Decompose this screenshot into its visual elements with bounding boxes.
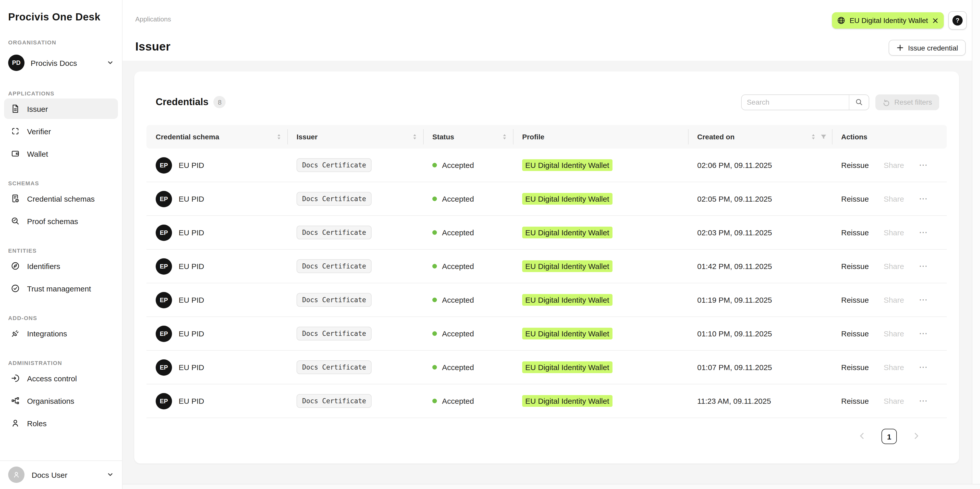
column-credential-schema[interactable]: Credential schema	[146, 125, 287, 148]
sidebar-item-credential-schemas[interactable]: Credential schemas	[4, 188, 118, 209]
share-button[interactable]: Share	[883, 161, 904, 169]
status-label: Accepted	[442, 262, 474, 271]
table-row[interactable]: EPEU PID Docs Certificate Accepted EU Di…	[146, 384, 947, 418]
column-profile[interactable]: Profile	[513, 125, 688, 148]
next-page-button[interactable]	[909, 429, 923, 443]
search-input[interactable]	[741, 95, 849, 110]
person-icon	[10, 418, 21, 428]
credential-avatar: EP	[156, 325, 172, 342]
more-actions-button[interactable]: ⋯	[919, 194, 928, 203]
status-dot-icon	[432, 399, 437, 403]
chevron-down-icon	[107, 59, 114, 66]
column-created-on[interactable]: Created on	[688, 125, 832, 148]
column-issuer[interactable]: Issuer	[287, 125, 423, 148]
more-actions-button[interactable]: ⋯	[919, 329, 928, 338]
previous-page-button[interactable]	[855, 429, 869, 443]
more-actions-button[interactable]: ⋯	[919, 262, 928, 271]
sidebar-item-verifier[interactable]: Verifier	[4, 121, 118, 142]
reissue-button[interactable]: Reissue	[841, 194, 869, 203]
horizontal-scrollbar[interactable]	[123, 484, 980, 489]
sort-icon[interactable]	[810, 133, 817, 140]
pagination: 1	[146, 418, 947, 464]
app-window: Procivis One Desk ORGANISATION PD Prociv…	[0, 0, 980, 489]
status-label: Accepted	[442, 228, 474, 237]
reissue-button[interactable]: Reissue	[841, 363, 869, 371]
sidebar-item-label: Integrations	[27, 329, 67, 338]
credential-avatar: EP	[156, 258, 172, 274]
more-actions-button[interactable]: ⋯	[919, 161, 928, 169]
sidebar-item-integrations[interactable]: Integrations	[4, 323, 118, 344]
sidebar-item-label: Trust management	[27, 284, 91, 293]
sort-icon[interactable]	[411, 133, 418, 140]
app-logo: Procivis One Desk	[0, 0, 122, 23]
more-actions-button[interactable]: ⋯	[919, 296, 928, 304]
sidebar-item-wallet[interactable]: Wallet	[4, 143, 118, 164]
sidebar-item-label: Verifier	[27, 127, 51, 135]
organisation-switcher[interactable]: PD Procivis Docs	[4, 51, 118, 74]
table-row[interactable]: EPEU PID Docs Certificate Accepted EU Di…	[146, 317, 947, 350]
help-button[interactable]: ?	[948, 11, 967, 30]
reissue-button[interactable]: Reissue	[841, 228, 869, 237]
column-status[interactable]: Status	[423, 125, 513, 148]
profile-label: EU Digital Identity Wallet	[522, 294, 612, 306]
share-button[interactable]: Share	[883, 296, 904, 304]
sidebar-item-access-control[interactable]: Access control	[4, 368, 118, 389]
created-on-value: 02:06 PM, 09.11.2025	[688, 161, 832, 169]
reissue-button[interactable]: Reissue	[841, 329, 869, 338]
table-row[interactable]: EPEU PID Docs Certificate Accepted EU Di…	[146, 148, 947, 182]
credential-schema-name: EU PID	[179, 161, 204, 169]
table-row[interactable]: EPEU PID Docs Certificate Accepted EU Di…	[146, 216, 947, 250]
share-button[interactable]: Share	[883, 363, 904, 371]
status-label: Accepted	[442, 363, 474, 371]
share-button[interactable]: Share	[883, 329, 904, 338]
share-button[interactable]: Share	[883, 228, 904, 237]
breadcrumb[interactable]: Applications	[135, 15, 171, 23]
table-row[interactable]: EPEU PID Docs Certificate Accepted EU Di…	[146, 182, 947, 216]
sidebar-item-identifiers[interactable]: Identifiers	[4, 256, 118, 276]
table-row[interactable]: EPEU PID Docs Certificate Accepted EU Di…	[146, 283, 947, 317]
issue-credential-button[interactable]: Issue credential	[889, 40, 966, 56]
sidebar-item-organisations[interactable]: Organisations	[4, 390, 118, 411]
sidebar-item-issuer[interactable]: Issuer	[4, 99, 118, 119]
document-icon	[10, 104, 21, 114]
column-label: Credential schema	[156, 133, 219, 141]
issuer-tag: Docs Certificate	[297, 360, 372, 374]
created-on-value: 01:07 PM, 09.11.2025	[688, 363, 832, 371]
section-label-add-ons: ADD-ONS	[0, 315, 122, 321]
status-dot-icon	[432, 196, 437, 201]
more-actions-button[interactable]: ⋯	[919, 363, 928, 371]
more-actions-button[interactable]: ⋯	[919, 228, 928, 237]
reissue-button[interactable]: Reissue	[841, 296, 869, 304]
page-number[interactable]: 1	[881, 429, 897, 444]
user-menu[interactable]: Docs User	[0, 460, 122, 489]
more-actions-button[interactable]: ⋯	[919, 397, 928, 405]
share-button[interactable]: Share	[883, 397, 904, 405]
filter-icon[interactable]	[820, 134, 827, 140]
reset-filters-label: Reset filters	[894, 98, 932, 106]
reissue-button[interactable]: Reissue	[841, 262, 869, 271]
share-button[interactable]: Share	[883, 262, 904, 271]
credentials-title: Credentials	[156, 97, 208, 108]
reissue-button[interactable]: Reissue	[841, 161, 869, 169]
table-row[interactable]: EPEU PID Docs Certificate Accepted EU Di…	[146, 250, 947, 283]
sort-icon[interactable]	[275, 133, 282, 140]
sort-icon[interactable]	[501, 133, 508, 140]
issuer-tag: Docs Certificate	[297, 293, 372, 307]
close-icon[interactable]	[932, 17, 939, 24]
reset-filters-button[interactable]: Reset filters	[875, 94, 939, 110]
credentials-card: Credentials 8 Reset filters	[134, 72, 959, 464]
sidebar-item-trust-management[interactable]: Trust management	[4, 278, 118, 299]
search-button[interactable]	[849, 95, 869, 110]
reissue-button[interactable]: Reissue	[841, 397, 869, 405]
sidebar-item-roles[interactable]: Roles	[4, 413, 118, 433]
credential-avatar: EP	[156, 157, 172, 173]
share-button[interactable]: Share	[883, 194, 904, 203]
reset-icon	[883, 98, 890, 106]
sidebar-item-proof-schemas[interactable]: Proof schemas	[4, 211, 118, 231]
wallet-profile-chip[interactable]: EU Digital Identity Wallet	[832, 12, 944, 29]
created-on-value: 01:19 PM, 09.11.2025	[688, 296, 832, 304]
compass-icon	[10, 261, 21, 271]
table-row[interactable]: EPEU PID Docs Certificate Accepted EU Di…	[146, 350, 947, 384]
vertical-scrollbar[interactable]	[972, 0, 980, 484]
sidebar-item-label: Access control	[27, 374, 77, 382]
